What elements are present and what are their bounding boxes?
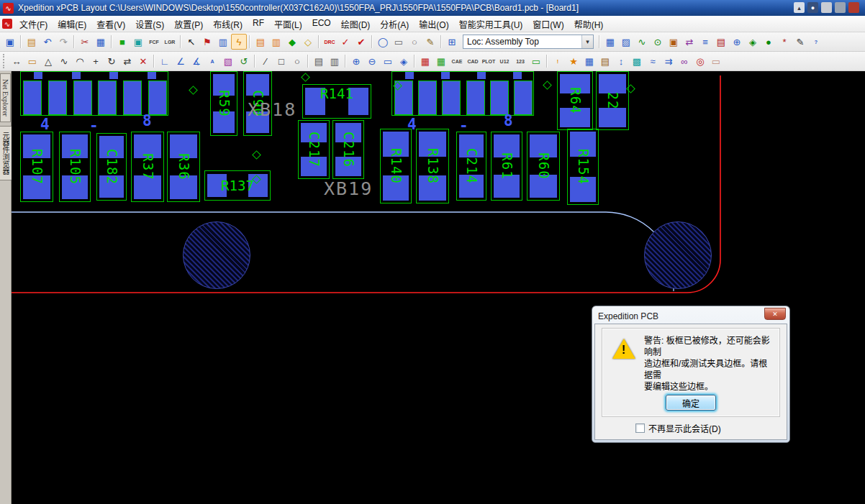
component-r137[interactable]: R137 (204, 170, 271, 201)
lgr-icon[interactable]: LGR (162, 34, 178, 50)
menu-item-10[interactable]: 分析(A) (375, 16, 414, 32)
open-icon[interactable]: ▤ (24, 34, 40, 50)
cad-icon[interactable]: CAD (465, 53, 481, 69)
select-area-icon[interactable]: ▭ (391, 34, 407, 50)
component-r141[interactable]: R141 (302, 84, 371, 119)
drc-icon[interactable]: DRC (322, 34, 338, 50)
circle-tool-icon[interactable]: ○ (407, 34, 422, 50)
pan-icon[interactable]: ◈ (396, 53, 412, 69)
component-r138[interactable]: R138 (416, 129, 449, 203)
polygon-tool-icon[interactable]: △ (40, 53, 56, 69)
component-r64[interactable]: R64 (557, 71, 593, 130)
zoom-out-icon[interactable]: ⊖ (364, 53, 380, 69)
tray-keyboard-icon[interactable] (821, 2, 832, 13)
component-resistor-network[interactable] (20, 71, 168, 116)
pad-icon[interactable]: ● (761, 34, 776, 50)
menu-item-3[interactable]: 设置(S) (130, 16, 169, 32)
plot-icon[interactable]: PLOT (481, 53, 497, 69)
toolbar-grip[interactable] (3, 54, 6, 68)
eraser-icon[interactable]: ▭ (708, 53, 724, 69)
component-r105[interactable]: R105 (59, 132, 91, 202)
hatch-icon[interactable]: ▨ (618, 34, 634, 50)
u12-icon[interactable]: U12 (497, 53, 512, 69)
menu-item-14[interactable]: 帮助(H) (569, 16, 609, 32)
save-icon[interactable]: ▣ (2, 34, 18, 50)
highlight-icon[interactable]: ▩ (629, 53, 645, 69)
tray-notification-icon[interactable] (848, 2, 859, 13)
loop-icon[interactable]: ∞ (676, 53, 692, 69)
target-icon[interactable]: ◎ (692, 53, 708, 69)
drc-verify-icon[interactable]: ✔ (353, 34, 369, 50)
board-outline-icon[interactable]: ▭ (528, 53, 544, 69)
display-control-icon[interactable]: ▦ (602, 34, 618, 50)
copy-trace-icon[interactable]: ▦ (581, 53, 597, 69)
undo-icon[interactable]: ↶ (40, 34, 55, 50)
menu-item-9[interactable]: 绘图(D) (336, 16, 376, 32)
cut-icon[interactable]: ✂ (77, 34, 93, 50)
wand-icon[interactable]: ★ (566, 53, 581, 69)
cleanup-icon[interactable]: * (776, 34, 792, 50)
text-tool-icon[interactable]: A (204, 53, 220, 69)
zoom-in-icon[interactable]: ⊕ (348, 53, 364, 69)
print-icon[interactable]: ▤ (311, 53, 327, 69)
grid-icon[interactable]: ⊞ (444, 34, 460, 50)
tray-arrow-icon[interactable]: ▴ (794, 2, 805, 13)
via-marker[interactable] (301, 73, 310, 82)
component-c182[interactable]: C182 (96, 133, 127, 201)
component-r60[interactable]: R60 (527, 132, 560, 201)
menu-item-2[interactable]: 查看(V) (91, 16, 130, 32)
cell-editor-icon[interactable]: ▥ (268, 34, 284, 50)
menu-item-4[interactable]: 放置(P) (169, 16, 208, 32)
component-r61[interactable]: R61 (491, 132, 522, 201)
redo-icon[interactable]: ↷ (55, 34, 71, 50)
menu-item-6[interactable]: RF (248, 16, 269, 32)
drc-check-icon[interactable]: ✓ (338, 34, 353, 50)
yellow-diamond-icon[interactable]: ◇ (300, 34, 316, 50)
select-cursor-icon[interactable]: ↖ (184, 34, 199, 50)
tab-component-browser[interactable]: 元器件浏览器 (0, 126, 12, 180)
library-icon[interactable]: ▤ (253, 34, 268, 50)
num-123-icon[interactable]: 123 (512, 53, 528, 69)
menu-item-5[interactable]: 布线(R) (208, 16, 248, 32)
angle-90-icon[interactable]: ∟ (157, 53, 173, 69)
tune-icon[interactable]: ≈ (645, 53, 661, 69)
move-tool-icon[interactable]: + (88, 53, 104, 69)
menu-item-12[interactable]: 智能实用工具(U) (454, 16, 528, 32)
probe-icon[interactable]: ⊕ (729, 34, 745, 50)
netline-icon[interactable]: ◈ (745, 34, 761, 50)
dimension-icon[interactable]: ▭ (24, 53, 40, 69)
component-22[interactable]: 22 (596, 71, 629, 130)
menu-item-1[interactable]: 编辑(E) (53, 16, 91, 32)
paste-icon[interactable]: ▤ (597, 53, 613, 69)
place-circuit-icon[interactable]: ▣ (130, 34, 146, 50)
route-icon[interactable]: ∿ (634, 34, 650, 50)
warning-badge-icon[interactable]: ! (550, 53, 566, 69)
color-icon[interactable]: ▧ (220, 53, 236, 69)
pencil-icon[interactable]: ✎ (792, 34, 808, 50)
menu-item-13[interactable]: 窗口(W) (527, 16, 569, 32)
refresh-icon[interactable]: ↺ (236, 53, 252, 69)
place-part-icon[interactable]: ■ (114, 34, 130, 50)
board-red-icon[interactable]: ▦ (417, 53, 433, 69)
sync-icon[interactable]: ↕ (613, 53, 629, 69)
measure-icon[interactable]: ↔ (9, 53, 24, 69)
swap-icon[interactable]: ⇄ (681, 34, 697, 50)
angle-45-icon[interactable]: ∠ (173, 53, 189, 69)
menu-item-0[interactable]: 文件(F) (14, 16, 53, 32)
menu-item-8[interactable]: ECO (307, 16, 336, 32)
rotate-tool-icon[interactable]: ↻ (104, 53, 119, 69)
component-r107[interactable]: R107 (20, 132, 53, 202)
mounting-hole[interactable] (644, 221, 712, 289)
menu-item-7[interactable]: 平面(L) (269, 16, 307, 32)
line-tool-icon[interactable]: ∕ (258, 53, 273, 69)
via-icon[interactable]: ⊙ (650, 34, 666, 50)
mounting-hole[interactable] (183, 221, 250, 289)
component-r59[interactable]: R59 (210, 71, 237, 136)
arc-tool-icon[interactable]: ◠ (72, 53, 88, 69)
component-c217[interactable]: C217 (298, 120, 330, 179)
polyline-tool-icon[interactable]: ∿ (56, 53, 72, 69)
component-r154[interactable]: R154 (567, 129, 599, 205)
angle-any-icon[interactable]: ∡ (189, 53, 204, 69)
fcf-icon[interactable]: FCF (146, 34, 162, 50)
component-r140[interactable]: R140 (380, 129, 412, 203)
